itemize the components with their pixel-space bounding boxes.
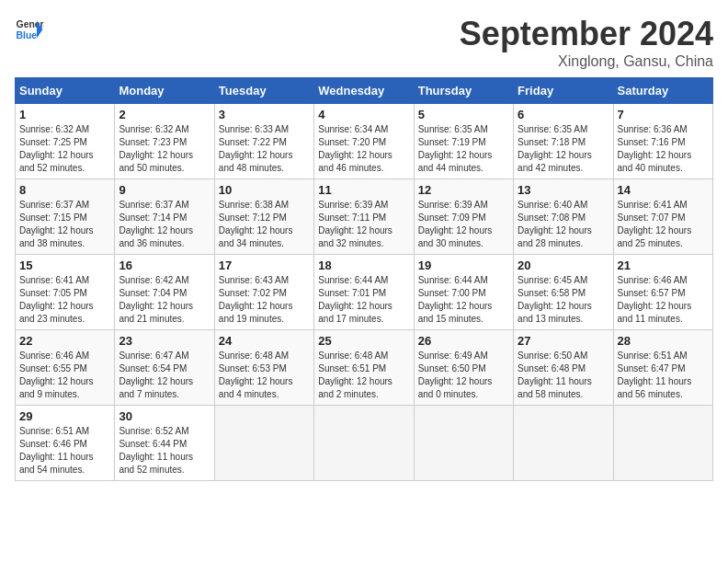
- svg-text:Blue: Blue: [17, 30, 38, 40]
- day-number: 14: [618, 183, 709, 197]
- table-cell: [314, 406, 414, 481]
- day-number: 13: [518, 183, 609, 197]
- day-info: Sunrise: 6:39 AM Sunset: 7:11 PM Dayligh…: [318, 199, 409, 250]
- day-number: 7: [618, 108, 709, 121]
- table-cell: 7Sunrise: 6:36 AM Sunset: 7:16 PM Daylig…: [613, 104, 712, 179]
- table-cell: 18Sunrise: 6:44 AM Sunset: 7:01 PM Dayli…: [314, 255, 414, 330]
- table-cell: 29Sunrise: 6:51 AM Sunset: 6:46 PM Dayli…: [16, 406, 115, 481]
- header-tuesday: Tuesday: [214, 78, 313, 104]
- day-info: Sunrise: 6:37 AM Sunset: 7:14 PM Dayligh…: [119, 199, 210, 250]
- day-number: 25: [318, 334, 409, 348]
- calendar-table: Sunday Monday Tuesday Wednesday Thursday…: [15, 77, 713, 481]
- day-number: 30: [119, 409, 210, 423]
- day-number: 23: [119, 334, 210, 348]
- table-cell: 13Sunrise: 6:40 AM Sunset: 7:08 PM Dayli…: [514, 179, 613, 255]
- day-info: Sunrise: 6:45 AM Sunset: 6:58 PM Dayligh…: [518, 274, 609, 326]
- calendar-row: 8Sunrise: 6:37 AM Sunset: 7:15 PM Daylig…: [16, 179, 713, 255]
- day-number: 12: [418, 183, 509, 197]
- day-info: Sunrise: 6:51 AM Sunset: 6:46 PM Dayligh…: [19, 425, 110, 477]
- table-cell: 3Sunrise: 6:33 AM Sunset: 7:22 PM Daylig…: [214, 104, 313, 179]
- table-cell: 27Sunrise: 6:50 AM Sunset: 6:48 PM Dayli…: [514, 330, 613, 406]
- day-number: 2: [119, 108, 210, 121]
- table-cell: 22Sunrise: 6:46 AM Sunset: 6:55 PM Dayli…: [16, 330, 115, 406]
- day-info: Sunrise: 6:47 AM Sunset: 6:54 PM Dayligh…: [119, 350, 210, 401]
- day-info: Sunrise: 6:38 AM Sunset: 7:12 PM Dayligh…: [219, 199, 310, 250]
- day-number: 5: [418, 108, 509, 121]
- day-number: 10: [219, 183, 310, 197]
- day-info: Sunrise: 6:40 AM Sunset: 7:08 PM Dayligh…: [518, 199, 609, 250]
- day-info: Sunrise: 6:48 AM Sunset: 6:51 PM Dayligh…: [318, 350, 409, 401]
- day-number: 24: [219, 334, 310, 348]
- day-info: Sunrise: 6:42 AM Sunset: 7:04 PM Dayligh…: [119, 274, 210, 326]
- day-info: Sunrise: 6:44 AM Sunset: 7:00 PM Dayligh…: [418, 274, 509, 326]
- table-cell: 6Sunrise: 6:35 AM Sunset: 7:18 PM Daylig…: [514, 104, 613, 179]
- title-block: September 2024 Xinglong, Gansu, China: [460, 15, 713, 70]
- day-info: Sunrise: 6:41 AM Sunset: 7:05 PM Dayligh…: [19, 274, 110, 326]
- day-number: 19: [418, 259, 509, 272]
- table-cell: 12Sunrise: 6:39 AM Sunset: 7:09 PM Dayli…: [414, 179, 513, 255]
- table-cell: 23Sunrise: 6:47 AM Sunset: 6:54 PM Dayli…: [115, 330, 214, 406]
- calendar-title: September 2024: [460, 15, 713, 53]
- day-number: 20: [518, 259, 609, 272]
- day-info: Sunrise: 6:50 AM Sunset: 6:48 PM Dayligh…: [518, 350, 609, 401]
- table-cell: 9Sunrise: 6:37 AM Sunset: 7:14 PM Daylig…: [115, 179, 214, 255]
- table-cell: 10Sunrise: 6:38 AM Sunset: 7:12 PM Dayli…: [214, 179, 313, 255]
- day-number: 26: [418, 334, 509, 348]
- day-number: 29: [19, 409, 110, 423]
- day-info: Sunrise: 6:46 AM Sunset: 6:55 PM Dayligh…: [19, 350, 110, 401]
- header-friday: Friday: [514, 78, 613, 104]
- day-info: Sunrise: 6:37 AM Sunset: 7:15 PM Dayligh…: [19, 199, 110, 250]
- table-cell: 4Sunrise: 6:34 AM Sunset: 7:20 PM Daylig…: [314, 104, 414, 179]
- day-info: Sunrise: 6:34 AM Sunset: 7:20 PM Dayligh…: [318, 123, 409, 175]
- day-info: Sunrise: 6:46 AM Sunset: 6:57 PM Dayligh…: [618, 274, 709, 326]
- logo: General Blue: [15, 15, 44, 44]
- table-cell: 14Sunrise: 6:41 AM Sunset: 7:07 PM Dayli…: [613, 179, 712, 255]
- header-thursday: Thursday: [414, 78, 513, 104]
- day-info: Sunrise: 6:39 AM Sunset: 7:09 PM Dayligh…: [418, 199, 509, 250]
- days-header-row: Sunday Monday Tuesday Wednesday Thursday…: [16, 78, 713, 104]
- day-number: 22: [19, 334, 110, 348]
- day-number: 4: [318, 108, 409, 121]
- header-wednesday: Wednesday: [314, 78, 414, 104]
- table-cell: 21Sunrise: 6:46 AM Sunset: 6:57 PM Dayli…: [613, 255, 712, 330]
- table-cell: 16Sunrise: 6:42 AM Sunset: 7:04 PM Dayli…: [115, 255, 214, 330]
- table-cell: 15Sunrise: 6:41 AM Sunset: 7:05 PM Dayli…: [16, 255, 115, 330]
- table-cell: 28Sunrise: 6:51 AM Sunset: 6:47 PM Dayli…: [613, 330, 712, 406]
- calendar-subtitle: Xinglong, Gansu, China: [460, 53, 713, 70]
- day-number: 11: [318, 183, 409, 197]
- table-cell: 1Sunrise: 6:32 AM Sunset: 7:25 PM Daylig…: [16, 104, 115, 179]
- day-number: 16: [119, 259, 210, 272]
- calendar-row: 22Sunrise: 6:46 AM Sunset: 6:55 PM Dayli…: [16, 330, 713, 406]
- table-cell: [613, 406, 712, 481]
- day-number: 3: [219, 108, 310, 121]
- day-info: Sunrise: 6:52 AM Sunset: 6:44 PM Dayligh…: [119, 425, 210, 477]
- day-info: Sunrise: 6:48 AM Sunset: 6:53 PM Dayligh…: [219, 350, 310, 401]
- day-info: Sunrise: 6:41 AM Sunset: 7:07 PM Dayligh…: [618, 199, 709, 250]
- table-cell: 24Sunrise: 6:48 AM Sunset: 6:53 PM Dayli…: [214, 330, 313, 406]
- day-info: Sunrise: 6:33 AM Sunset: 7:22 PM Dayligh…: [219, 123, 310, 175]
- table-cell: 8Sunrise: 6:37 AM Sunset: 7:15 PM Daylig…: [16, 179, 115, 255]
- calendar-row: 15Sunrise: 6:41 AM Sunset: 7:05 PM Dayli…: [16, 255, 713, 330]
- day-number: 1: [19, 108, 110, 121]
- day-number: 15: [19, 259, 110, 272]
- day-info: Sunrise: 6:32 AM Sunset: 7:25 PM Dayligh…: [19, 123, 110, 175]
- day-info: Sunrise: 6:51 AM Sunset: 6:47 PM Dayligh…: [618, 350, 709, 401]
- table-cell: 2Sunrise: 6:32 AM Sunset: 7:23 PM Daylig…: [115, 104, 214, 179]
- table-cell: 5Sunrise: 6:35 AM Sunset: 7:19 PM Daylig…: [414, 104, 513, 179]
- table-cell: 25Sunrise: 6:48 AM Sunset: 6:51 PM Dayli…: [314, 330, 414, 406]
- day-number: 18: [318, 259, 409, 272]
- table-cell: [514, 406, 613, 481]
- day-info: Sunrise: 6:35 AM Sunset: 7:19 PM Dayligh…: [418, 123, 509, 175]
- day-info: Sunrise: 6:36 AM Sunset: 7:16 PM Dayligh…: [618, 123, 709, 175]
- table-cell: 11Sunrise: 6:39 AM Sunset: 7:11 PM Dayli…: [314, 179, 414, 255]
- day-number: 6: [518, 108, 609, 121]
- header-saturday: Saturday: [613, 78, 712, 104]
- day-info: Sunrise: 6:43 AM Sunset: 7:02 PM Dayligh…: [219, 274, 310, 326]
- day-number: 27: [518, 334, 609, 348]
- table-cell: 20Sunrise: 6:45 AM Sunset: 6:58 PM Dayli…: [514, 255, 613, 330]
- day-info: Sunrise: 6:32 AM Sunset: 7:23 PM Dayligh…: [119, 123, 210, 175]
- day-number: 28: [618, 334, 709, 348]
- page-header: General Blue September 2024 Xinglong, Ga…: [15, 15, 713, 70]
- day-number: 9: [119, 183, 210, 197]
- logo-icon: General Blue: [15, 15, 44, 44]
